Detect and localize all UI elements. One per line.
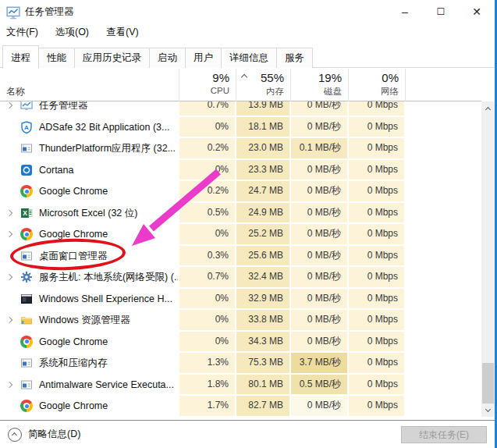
column-header-disk[interactable]: 19%磁盘: [291, 69, 349, 101]
close-button[interactable]: ✕: [459, 0, 495, 23]
tab-processes[interactable]: 进程: [2, 45, 39, 69]
tab-startup[interactable]: 启动: [149, 48, 186, 68]
process-name: 服务主机: 本地系统(网络受限) (...: [39, 267, 178, 287]
process-row[interactable]: 系统和压缩内存1.3%75.3 MB3.7 MB/秒0 Mbps: [0, 353, 481, 375]
cell-cpu: 1.3%: [179, 353, 235, 373]
cell-network: 0 Mbps: [349, 332, 404, 352]
task-manager-window: 任务管理器 – ☐ ✕ 文件(F)选项(O)查看(V) 进程性能应用历史记录启动…: [0, 0, 497, 448]
column-header-memory[interactable]: 55%内存: [236, 69, 291, 101]
menu-item-options[interactable]: 选项(O): [55, 26, 89, 39]
expand-chevron-icon[interactable]: [6, 274, 12, 280]
folder-icon: [20, 314, 33, 326]
minimize-button[interactable]: –: [387, 0, 423, 23]
expand-chevron-icon[interactable]: [6, 231, 12, 237]
menu-item-file[interactable]: 文件(F): [6, 26, 38, 39]
app-window-icon: [20, 357, 33, 369]
process-row[interactable]: 服务主机: 本地系统(网络受限) (...0.7%32.4 MB0 MB/秒0 …: [0, 267, 481, 289]
process-name: Microsoft Excel (32 位): [39, 203, 178, 223]
process-row[interactable]: AADSafe 32 Bit Application (3...0%18.1 M…: [0, 117, 481, 139]
cell-memory: 25.6 MB: [236, 246, 289, 266]
process-row[interactable]: Windows Shell Experience H...0%32.9 MB0 …: [0, 289, 481, 311]
expand-chevron-icon[interactable]: [6, 317, 12, 323]
title-bar: 任务管理器 – ☐ ✕: [0, 0, 495, 23]
column-header-cpu[interactable]: 9%CPU: [179, 69, 236, 101]
scrollbar-thumb[interactable]: [482, 363, 494, 404]
scrollbar-down-button[interactable]: [481, 404, 495, 417]
process-name: 任务管理器: [39, 101, 178, 116]
cell-memory: 13.9 MB: [236, 101, 289, 116]
column-label: 网络: [349, 86, 399, 98]
cell-network: 0 Mbps: [349, 375, 404, 395]
cell-memory: 80.1 MB: [236, 375, 289, 395]
cell-memory: 18.1 MB: [236, 117, 289, 137]
app-window-icon: [20, 142, 33, 155]
cell-cpu: 0%: [179, 117, 235, 137]
process-row[interactable]: 桌面窗口管理器0.3%25.6 MB0 MB/秒0 Mbps: [0, 246, 481, 268]
task-manager-icon: [20, 101, 33, 112]
cell-disk: 0 MB/秒: [291, 246, 347, 266]
app-window-icon: [20, 379, 33, 391]
fewer-details-toggle[interactable]: 简略信息(D): [8, 428, 80, 442]
tab-details[interactable]: 详细信息: [221, 48, 277, 68]
footer-bar: 简略信息(D) 结束任务(E): [0, 420, 495, 448]
end-task-button[interactable]: 结束任务(E): [401, 426, 487, 443]
chevron-down-icon: [485, 406, 491, 411]
cell-disk: 0 MB/秒: [291, 396, 347, 416]
process-row[interactable]: Windows 资源管理器0%33.8 MB0 MB/秒0 Mbps: [0, 310, 481, 332]
cell-memory: 25.2 MB: [236, 224, 289, 244]
column-header-name[interactable]: 名称: [0, 69, 179, 101]
tab-app-history[interactable]: 应用历史记录: [74, 48, 150, 68]
cell-memory: 34.3 MB: [236, 332, 289, 352]
shield-icon: A: [20, 121, 33, 133]
maximize-button[interactable]: ☐: [423, 0, 459, 23]
fewer-details-label: 简略信息(D): [28, 428, 80, 441]
cortana-icon: [20, 164, 33, 176]
process-row[interactable]: Google Chrome0%34.3 MB0 MB/秒0 Mbps: [0, 332, 481, 354]
cell-disk: 0 MB/秒: [291, 181, 347, 201]
gear-icon: [20, 271, 33, 283]
cell-network: 0 Mbps: [349, 353, 404, 373]
cell-disk: 0 MB/秒: [291, 203, 347, 223]
cell-memory: 23.0 MB: [236, 138, 289, 158]
process-row[interactable]: Cortana0%23.3 MB0 MB/秒0 Mbps: [0, 160, 481, 182]
process-name: ThunderPlatform应用程序 (32...: [39, 138, 178, 158]
table-header: 名称 9%CPU55%内存19%磁盘0%网络: [0, 69, 481, 101]
scrollbar-up-button[interactable]: [481, 101, 495, 115]
tab-users[interactable]: 用户: [185, 48, 222, 68]
expand-chevron-icon[interactable]: [6, 381, 12, 387]
cell-disk: 0 MB/秒: [291, 310, 347, 330]
menu-bar: 文件(F)选项(O)查看(V): [0, 23, 495, 41]
cell-cpu: 0.7%: [179, 267, 235, 287]
process-row[interactable]: Google Chrome0%25.2 MB0 MB/秒0 Mbps: [0, 224, 481, 246]
process-row[interactable]: 任务管理器0.7%13.9 MB0 MB/秒0 Mbps: [0, 101, 481, 117]
process-name: Windows Shell Experience H...: [39, 289, 178, 309]
cell-memory: 32.9 MB: [236, 289, 289, 309]
process-name: ADSafe 32 Bit Application (3...: [39, 117, 178, 137]
cell-network: 0 Mbps: [349, 289, 404, 309]
tab-services[interactable]: 服务: [276, 48, 313, 68]
cell-cpu: 0.5%: [179, 203, 235, 223]
cell-disk: 0 MB/秒: [291, 117, 347, 137]
cell-network: 0 Mbps: [349, 117, 404, 137]
column-total-percent: 9%: [179, 71, 229, 84]
cell-memory: 24.9 MB: [236, 203, 289, 223]
process-row[interactable]: Google Chrome0.2%24.7 MB0 MB/秒0 Mbps: [0, 181, 481, 203]
chevron-up-circle-icon: [8, 428, 22, 442]
process-row[interactable]: XMicrosoft Excel (32 位)0.5%24.9 MB0 MB/秒…: [0, 203, 481, 225]
menu-item-view[interactable]: 查看(V): [106, 26, 139, 39]
column-header-network[interactable]: 0%网络: [349, 69, 406, 101]
window-title: 任务管理器: [25, 5, 74, 19]
process-row[interactable]: ThunderPlatform应用程序 (32...0.2%23.0 MB0.1…: [0, 138, 481, 160]
expand-chevron-icon[interactable]: [6, 209, 12, 215]
cell-network: 0 Mbps: [349, 310, 404, 330]
tab-performance[interactable]: 性能: [38, 48, 75, 68]
expand-chevron-icon[interactable]: [6, 102, 12, 108]
vertical-scrollbar[interactable]: [481, 101, 495, 417]
cell-memory: 33.8 MB: [236, 310, 289, 330]
cell-memory: 23.3 MB: [236, 160, 289, 180]
cell-cpu: 0%: [179, 224, 235, 244]
column-total-percent: 19%: [291, 71, 342, 84]
process-name: Google Chrome: [39, 181, 178, 201]
process-row[interactable]: Google Chrome1.7%82.7 MB0 MB/秒0 Mbps: [0, 396, 481, 417]
process-row[interactable]: Antimalware Service Executa...1.8%80.1 M…: [0, 375, 481, 396]
